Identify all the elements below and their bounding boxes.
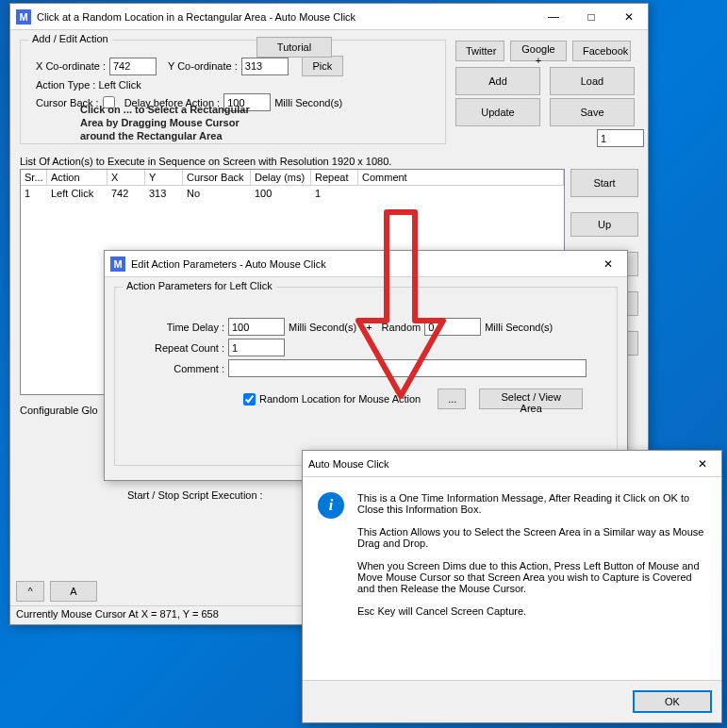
add-edit-title: Add / Edit Action <box>28 33 112 44</box>
info-p3: When you Screen Dims due to this Action,… <box>357 560 706 594</box>
cursor-back-checkbox[interactable] <box>103 96 115 108</box>
edit-title: Edit Action Parameters - Auto Mouse Clic… <box>131 258 326 270</box>
plus-label: + <box>366 322 372 333</box>
action-type-label: Action Type : Left Click <box>36 79 141 91</box>
info-p4: Esc Key will Cancel Screen Capture. <box>357 605 706 617</box>
ycoord-label: Y Co-ordinate : <box>168 60 238 72</box>
table-row[interactable]: 1 Left Click 742 313 No 100 1 <box>21 186 564 201</box>
time-delay-input[interactable] <box>228 318 285 336</box>
app-icon: M <box>110 256 125 272</box>
configurable-label: Configurable Glo <box>20 405 98 416</box>
table-header: Sr... Action X Y Cursor Back Delay (ms) … <box>21 170 564 186</box>
edit-close-button[interactable]: ✕ <box>589 252 627 276</box>
info-title: Auto Mouse Click <box>308 458 389 470</box>
repeat-label: Repeat Count : <box>149 342 224 354</box>
add-button[interactable]: Add <box>455 67 540 95</box>
app-icon: M <box>16 9 31 25</box>
comment-label: Comment : <box>149 363 224 374</box>
edit-titlebar: M Edit Action Parameters - Auto Mouse Cl… <box>105 251 627 277</box>
load-button[interactable]: Load <box>550 67 635 95</box>
info-icon: i <box>318 492 344 519</box>
info-close-button[interactable]: ✕ <box>684 452 721 476</box>
random-location-label: Random Location for Mouse Action <box>259 393 421 405</box>
update-button[interactable]: Update <box>455 98 540 126</box>
facebook-button[interactable]: Facebook <box>572 41 631 61</box>
start-stop-label: Start / Stop Script Execution : <box>127 489 263 501</box>
main-titlebar: M Click at a Random Location in a Rectan… <box>10 4 648 30</box>
minimize-button[interactable]: — <box>535 5 572 29</box>
maximize-button[interactable]: □ <box>572 5 610 29</box>
xcoord-input[interactable] <box>109 58 157 75</box>
close-button[interactable]: ✕ <box>610 5 648 29</box>
caret-button[interactable]: ^ <box>16 581 44 602</box>
tutorial-button[interactable]: Tutorial <box>256 37 332 58</box>
ellipsis-button[interactable]: ... <box>438 389 466 409</box>
list-label: List Of Action(s) to Execute in Sequence… <box>20 156 638 167</box>
main-title: Click at a Random Location in a Rectangu… <box>37 11 355 23</box>
select-view-area-button[interactable]: Select / View Area <box>479 389 583 409</box>
edit-group-title: Action Parameters for Left Click <box>123 280 276 291</box>
save-button[interactable]: Save <box>550 98 635 126</box>
info-p1: This is a One Time Information Message, … <box>357 492 706 515</box>
random-unit: Milli Second(s) <box>485 322 553 333</box>
ok-button[interactable]: OK <box>633 690 712 713</box>
twitter-button[interactable]: Twitter <box>455 41 504 61</box>
start-button[interactable]: Start <box>570 169 638 197</box>
info-p2: This Action Allows you to Select the Scr… <box>357 526 706 549</box>
time-delay-label: Time Delay : <box>149 322 224 333</box>
delay-label: Delay before Action : <box>124 97 221 108</box>
delay-unit: Milli Second(s) <box>274 97 342 108</box>
ycoord-input[interactable] <box>241 58 289 75</box>
repeat-input-side[interactable] <box>597 129 644 147</box>
xcoord-label: X Co-ordinate : <box>36 60 106 72</box>
random-location-checkbox[interactable] <box>243 393 256 405</box>
random-input[interactable] <box>424 318 481 336</box>
delay-input[interactable] <box>223 93 271 111</box>
repeat-input[interactable] <box>228 339 285 356</box>
a-button[interactable]: A <box>50 581 97 602</box>
info-titlebar: Auto Mouse Click ✕ <box>303 451 721 477</box>
time-delay-unit: Milli Second(s) <box>289 322 356 333</box>
pick-button[interactable]: Pick <box>302 56 343 76</box>
google-button[interactable]: Google + <box>510 41 567 61</box>
random-label: Random <box>382 322 421 333</box>
comment-input[interactable] <box>228 359 587 377</box>
up-button[interactable]: Up <box>570 212 638 237</box>
cursor-back-label: Cursor Back : <box>36 97 99 108</box>
